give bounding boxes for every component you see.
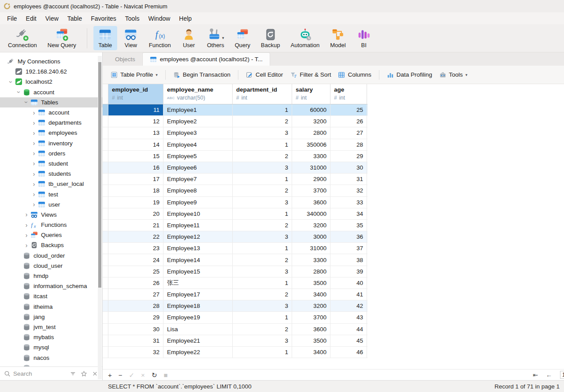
cell-employee-name[interactable]: Employee21 xyxy=(163,335,233,346)
sidebar-item-itcast[interactable]: itcast xyxy=(0,291,102,301)
toolbar-user-button[interactable]: User xyxy=(177,26,201,50)
toolbar-model-button[interactable]: Model xyxy=(326,26,350,50)
table-row[interactable]: 21Employee112320035 xyxy=(103,220,367,231)
cell-department-id[interactable]: 2 xyxy=(233,220,292,231)
sidebar-item-hmdp[interactable]: hmdp xyxy=(0,271,102,281)
cell-salary[interactable]: 3200 xyxy=(292,220,330,231)
column-header-employee-name[interactable]: employee_nameABCvarchar(50) xyxy=(163,84,233,104)
cell-employee-id[interactable]: 13 xyxy=(108,127,163,138)
menu-item-favorites[interactable]: Favorites xyxy=(86,13,121,24)
row-gutter[interactable] xyxy=(103,266,108,277)
row-gutter[interactable] xyxy=(103,277,108,288)
row-gutter[interactable] xyxy=(103,300,108,311)
chevron-collapsed-icon[interactable]: › xyxy=(30,120,38,126)
cell-age[interactable]: 38 xyxy=(330,254,367,265)
cell-employee-name[interactable]: Employee18 xyxy=(163,300,233,311)
sidebar-item-jang[interactable]: jang xyxy=(0,312,102,322)
cell-employee-id[interactable]: 17 xyxy=(108,174,163,185)
toolbar-others-button[interactable]: ▾Others xyxy=(203,26,229,50)
cell-age[interactable]: 31 xyxy=(330,174,367,185)
menu-item-file[interactable]: File xyxy=(3,13,22,24)
column-header-salary[interactable]: salary#int xyxy=(292,84,330,104)
cell-employee-name[interactable]: Employee12 xyxy=(163,231,233,242)
cell-employee-name[interactable]: Lisa xyxy=(163,324,233,335)
cell-salary[interactable]: 350006 xyxy=(292,139,330,150)
chevron-collapsed-icon[interactable]: › xyxy=(30,181,38,187)
toolbar-function-button[interactable]: f(x)Function xyxy=(145,26,175,50)
add-record-button[interactable]: + xyxy=(108,372,112,378)
sidebar-item-employees[interactable]: ›employees xyxy=(0,128,102,138)
sidebar-item-user[interactable]: ›user xyxy=(0,200,102,210)
filter-list-icon[interactable] xyxy=(70,370,76,377)
tab-employees[interactable]: employees @account (localhost2) - T... xyxy=(142,52,270,66)
column-header-age[interactable]: age#int xyxy=(330,84,367,104)
cell-department-id[interactable]: 2 xyxy=(233,289,292,300)
row-gutter[interactable] xyxy=(103,243,108,254)
menu-item-table[interactable]: Table xyxy=(63,13,86,24)
cell-salary[interactable]: 3500 xyxy=(292,335,330,346)
chevron-collapsed-icon[interactable]: › xyxy=(30,130,38,136)
chevron-expanded-icon[interactable]: › xyxy=(7,79,15,85)
cell-employee-name[interactable]: Employee5 xyxy=(163,151,233,162)
table-row[interactable]: 29Employee191370043 xyxy=(103,312,367,323)
cell-salary[interactable]: 31000 xyxy=(292,243,330,254)
cell-employee-name[interactable]: Employee19 xyxy=(163,312,233,323)
cell-employee-name[interactable]: Employee8 xyxy=(163,185,233,196)
row-gutter[interactable] xyxy=(103,254,108,265)
cell-department-id[interactable]: 1 xyxy=(233,277,292,288)
table-row[interactable]: 26张三1350040 xyxy=(103,277,367,289)
cell-salary[interactable]: 31000 xyxy=(292,162,330,173)
cell-salary[interactable]: 3400 xyxy=(292,289,330,300)
cell-age[interactable]: 37 xyxy=(330,243,367,254)
sidebar-item-departments[interactable]: ›departments xyxy=(0,118,102,128)
cell-employee-name[interactable]: Employee1 xyxy=(163,104,233,115)
cell-employee-name[interactable]: Employee2 xyxy=(163,116,233,127)
cell-department-id[interactable]: 3 xyxy=(233,231,292,242)
cell-employee-name[interactable]: Employee14 xyxy=(163,254,233,265)
row-gutter[interactable] xyxy=(103,116,108,127)
star-icon[interactable] xyxy=(81,370,87,377)
cell-age[interactable]: 43 xyxy=(330,312,367,323)
toolbar-new-query-button[interactable]: New Query xyxy=(43,26,81,50)
cell-age[interactable]: 35 xyxy=(330,220,367,231)
toolbar-query-button[interactable]: Query xyxy=(230,26,255,50)
cell-employee-name[interactable]: 张三 xyxy=(163,277,233,288)
filter-sort-button[interactable]: Filter & Sort xyxy=(286,69,334,81)
tab-objects[interactable]: Objects xyxy=(108,52,142,66)
cell-department-id[interactable]: 3 xyxy=(233,197,292,208)
row-gutter[interactable] xyxy=(103,151,108,162)
menu-item-tools[interactable]: Tools xyxy=(121,13,144,24)
chevron-expanded-icon[interactable]: › xyxy=(15,89,23,95)
chevron-collapsed-icon[interactable]: › xyxy=(22,232,30,238)
cell-employee-id[interactable]: 14 xyxy=(108,139,163,150)
column-header-employee-id[interactable]: employee_id#int xyxy=(108,84,163,104)
menu-item-view[interactable]: View xyxy=(41,13,63,24)
sidebar-item-students[interactable]: ›students xyxy=(0,169,102,179)
cell-employee-name[interactable]: Employee15 xyxy=(163,266,233,277)
cell-department-id[interactable]: 3 xyxy=(233,300,292,311)
previous-page-button[interactable]: ← xyxy=(546,371,552,378)
cell-age[interactable]: 30 xyxy=(330,162,367,173)
sidebar-item-cloud-user[interactable]: cloud_user xyxy=(0,261,102,271)
row-gutter[interactable] xyxy=(103,185,108,196)
cell-age[interactable]: 40 xyxy=(330,277,367,288)
cell-age[interactable]: 25 xyxy=(330,104,367,115)
cell-salary[interactable]: 2800 xyxy=(292,266,330,277)
chevron-expanded-icon[interactable]: › xyxy=(22,99,30,105)
cell-salary[interactable]: 3300 xyxy=(292,151,330,162)
cell-age[interactable]: 36 xyxy=(330,231,367,242)
chevron-collapsed-icon[interactable]: › xyxy=(22,222,30,228)
cell-editor-button[interactable]: Cell Editor xyxy=(242,69,286,81)
sidebar-item-nacos[interactable]: nacos xyxy=(0,352,102,362)
cell-employee-name[interactable]: Employee9 xyxy=(163,197,233,208)
cell-employee-id[interactable]: 25 xyxy=(108,266,163,277)
table-row[interactable]: 30Lisa2360044 xyxy=(103,324,367,335)
sidebar-item-test[interactable]: ›test xyxy=(0,189,102,199)
cell-salary[interactable]: 340000 xyxy=(292,208,330,219)
table-row[interactable]: 27Employee172340041 xyxy=(103,289,367,300)
cell-salary[interactable]: 3700 xyxy=(292,312,330,323)
collapse-icon[interactable] xyxy=(92,370,98,377)
first-page-button[interactable]: ⇤ xyxy=(533,371,538,378)
cell-employee-name[interactable]: Employee3 xyxy=(163,127,233,138)
sidebar-item-mybatis[interactable]: mybatis xyxy=(0,332,102,342)
